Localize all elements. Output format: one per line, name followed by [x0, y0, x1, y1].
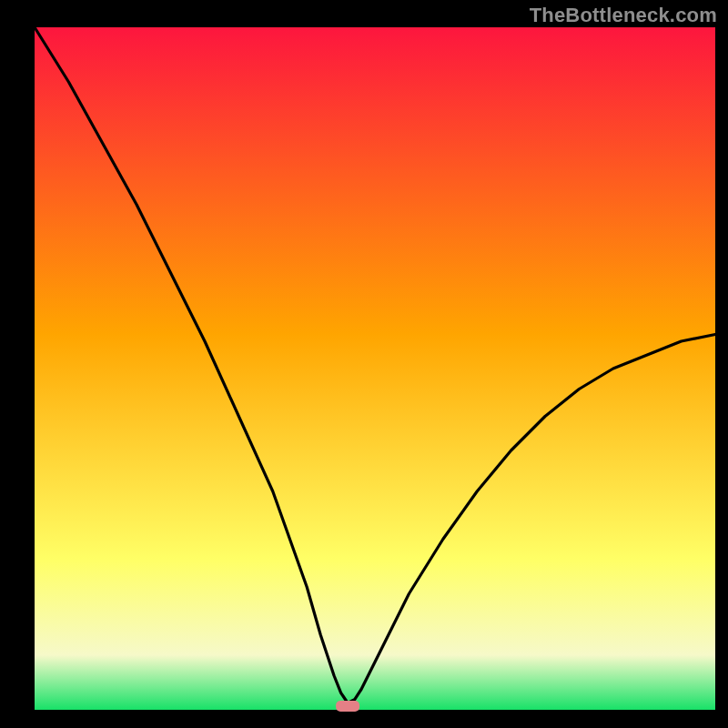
watermark-text: TheBottleneck.com: [530, 4, 717, 27]
chart-canvas: [0, 0, 728, 728]
optimal-point-marker: [336, 701, 359, 712]
chart-frame: TheBottleneck.com: [0, 0, 728, 728]
